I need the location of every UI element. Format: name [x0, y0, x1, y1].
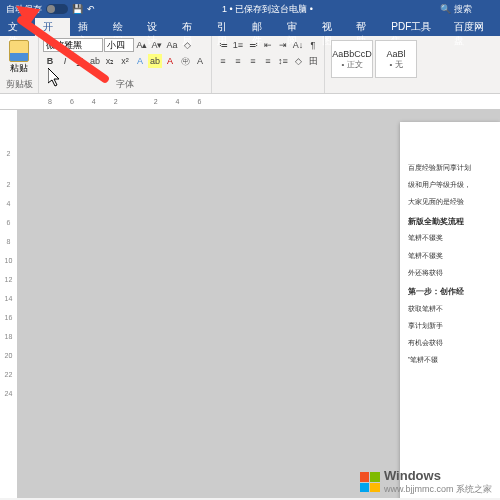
font-size-select[interactable] — [104, 38, 134, 52]
tab-draw[interactable]: 绘图 — [105, 18, 140, 36]
doc-paragraph: 获取笔耕不 — [408, 303, 492, 314]
shading-icon[interactable]: ◇ — [291, 54, 305, 68]
doc-paragraph: 百度经验新同享计划 — [408, 162, 492, 173]
doc-paragraph: 级和用户等级升级， — [408, 179, 492, 190]
tab-view[interactable]: 视图 — [314, 18, 349, 36]
char-border-icon[interactable]: A — [193, 54, 207, 68]
styles-group: AaBbCcD • 正文 AaBl • 无 — [325, 36, 423, 93]
paste-button[interactable]: 粘贴 — [4, 38, 34, 76]
style-normal[interactable]: AaBbCcD • 正文 — [331, 40, 373, 78]
autosave-toggle[interactable] — [46, 4, 68, 14]
doc-paragraph: 享计划新手 — [408, 320, 492, 331]
underline-button[interactable]: U — [73, 54, 87, 68]
multilevel-icon[interactable]: ≕ — [246, 38, 260, 52]
subscript-button[interactable]: x₂ — [103, 54, 117, 68]
line-spacing-icon[interactable]: ↕≡ — [276, 54, 290, 68]
vertical-ruler[interactable]: 224681012141618202224 — [0, 110, 18, 498]
tab-pdf[interactable]: PDF工具集 — [383, 18, 446, 36]
doc-paragraph: 大家见面的是经验 — [408, 196, 492, 207]
document-page[interactable]: 百度经验新同享计划 级和用户等级升级， 大家见面的是经验 新版全勤奖流程 笔耕不… — [400, 122, 500, 498]
ribbon-tabs: 文件 开始 插入 绘图 设计 布局 引用 邮件 审阅 视图 帮助 PDF工具集 … — [0, 18, 500, 36]
tab-home[interactable]: 开始 — [35, 18, 70, 36]
superscript-button[interactable]: x² — [118, 54, 132, 68]
tab-design[interactable]: 设计 — [139, 18, 174, 36]
font-label: 字体 — [43, 78, 207, 91]
change-case-icon[interactable]: Aa — [165, 38, 179, 52]
doc-paragraph: 笔耕不辍奖 — [408, 250, 492, 261]
font-group: A▴ A▾ Aa ◇ B I U ab x₂ x² A ab A ㊥ A 字体 — [39, 36, 212, 93]
highlight-icon[interactable]: ab — [148, 54, 162, 68]
bullets-icon[interactable]: ≔ — [216, 38, 230, 52]
ribbon: 粘贴 剪贴板 A▴ A▾ Aa ◇ B I U ab x₂ x² A ab — [0, 36, 500, 94]
windows-logo-icon — [360, 472, 380, 492]
tab-references[interactable]: 引用 — [209, 18, 244, 36]
paragraph-group: ≔ 1≡ ≕ ⇤ ⇥ A↓ ¶ ≡ ≡ ≡ ≡ ↕≡ ◇ 田 — [212, 36, 325, 93]
clipboard-group: 粘贴 剪贴板 — [0, 36, 39, 93]
borders-icon[interactable]: 田 — [306, 54, 320, 68]
tab-layout[interactable]: 布局 — [174, 18, 209, 36]
doc-heading: 新版全勤奖流程 — [408, 216, 492, 229]
strike-button[interactable]: ab — [88, 54, 102, 68]
doc-paragraph: "笔耕不辍 — [408, 354, 492, 365]
doc-paragraph: 外还将获得 — [408, 267, 492, 278]
sort-icon[interactable]: A↓ — [291, 38, 305, 52]
phonetic-icon[interactable]: ㊥ — [178, 54, 192, 68]
window-titlebar: 自动保存 💾 ↶ 1 • 已保存到这台电脑 • 🔍 搜索 — [0, 0, 500, 18]
doc-paragraph: 笔耕不辍奖 — [408, 232, 492, 243]
tab-baidu[interactable]: 百度网盘 — [446, 18, 500, 36]
tab-file[interactable]: 文件 — [0, 18, 35, 36]
workspace: 224681012141618202224 百度经验新同享计划 级和用户等级升级… — [0, 110, 500, 498]
save-icon[interactable]: 💾 — [72, 4, 83, 14]
grow-font-icon[interactable]: A▴ — [135, 38, 149, 52]
align-center-icon[interactable]: ≡ — [231, 54, 245, 68]
tab-insert[interactable]: 插入 — [70, 18, 105, 36]
paste-icon — [9, 40, 29, 62]
watermark: Windows www.bjjmmc.com 系统之家 — [360, 468, 492, 496]
align-left-icon[interactable]: ≡ — [216, 54, 230, 68]
paragraph-label — [216, 81, 320, 91]
showmarks-icon[interactable]: ¶ — [306, 38, 320, 52]
style-nospacing[interactable]: AaBl • 无 — [375, 40, 417, 78]
document-title: 1 • 已保存到这台电脑 • — [95, 3, 440, 16]
tab-help[interactable]: 帮助 — [348, 18, 383, 36]
bold-button[interactable]: B — [43, 54, 57, 68]
italic-button[interactable]: I — [58, 54, 72, 68]
clear-format-icon[interactable]: ◇ — [180, 38, 194, 52]
search-box[interactable]: 🔍 搜索 — [440, 3, 500, 16]
font-color-icon[interactable]: A — [163, 54, 177, 68]
numbering-icon[interactable]: 1≡ — [231, 38, 245, 52]
tab-review[interactable]: 审阅 — [279, 18, 314, 36]
align-right-icon[interactable]: ≡ — [246, 54, 260, 68]
doc-paragraph: 有机会获得 — [408, 337, 492, 348]
outdent-icon[interactable]: ⇤ — [261, 38, 275, 52]
autosave-label: 自动保存 — [6, 3, 42, 16]
indent-icon[interactable]: ⇥ — [276, 38, 290, 52]
doc-heading: 第一步：创作经 — [408, 286, 492, 299]
justify-icon[interactable]: ≡ — [261, 54, 275, 68]
shrink-font-icon[interactable]: A▾ — [150, 38, 164, 52]
clipboard-label: 剪贴板 — [4, 78, 34, 91]
document-area[interactable]: 百度经验新同享计划 级和用户等级升级， 大家见面的是经验 新版全勤奖流程 笔耕不… — [18, 110, 500, 498]
watermark-brand: Windows — [384, 468, 492, 483]
text-effect-icon[interactable]: A — [133, 54, 147, 68]
undo-icon[interactable]: ↶ — [87, 4, 95, 14]
font-name-select[interactable] — [43, 38, 103, 52]
tab-mailings[interactable]: 邮件 — [244, 18, 279, 36]
horizontal-ruler[interactable]: 8642246 — [0, 94, 500, 110]
